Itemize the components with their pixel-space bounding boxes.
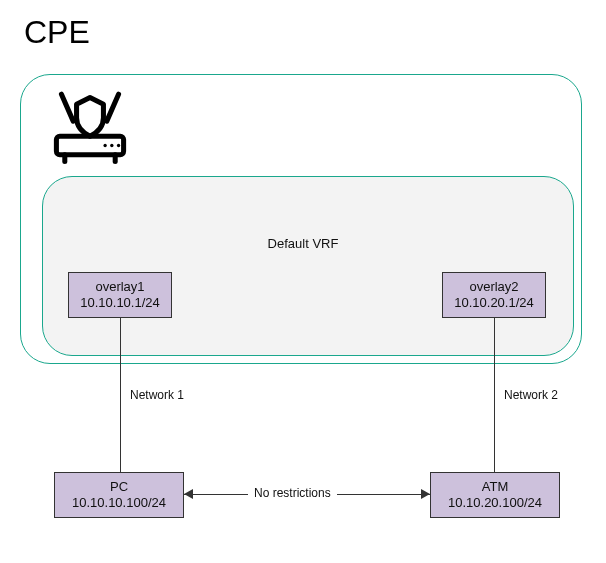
vrf-label: Default VRF [0,236,606,251]
link-network1-label: Network 1 [130,388,184,402]
svg-point-6 [110,144,113,147]
interface-name: overlay2 [469,279,518,295]
svg-point-7 [117,144,120,147]
host-cidr: 10.10.10.100/24 [72,495,166,511]
arrow-left-icon [184,489,193,499]
svg-line-1 [107,94,119,121]
host-name: ATM [482,479,508,495]
link-network2-line [494,318,495,472]
host-name: PC [110,479,128,495]
svg-line-0 [61,94,73,121]
interface-cidr: 10.10.20.1/24 [454,295,534,311]
interface-overlay2: overlay2 10.10.20.1/24 [442,272,546,318]
link-network1-line [120,318,121,472]
link-network2-label: Network 2 [504,388,558,402]
router-icon [48,88,132,166]
svg-point-5 [103,144,106,147]
host-atm: ATM 10.10.20.100/24 [430,472,560,518]
interface-cidr: 10.10.10.1/24 [80,295,160,311]
bottom-connection-label: No restrictions [248,486,337,500]
host-pc: PC 10.10.10.100/24 [54,472,184,518]
interface-overlay1: overlay1 10.10.10.1/24 [68,272,172,318]
diagram-title: CPE [24,14,90,51]
host-cidr: 10.10.20.100/24 [448,495,542,511]
arrow-right-icon [421,489,430,499]
interface-name: overlay1 [95,279,144,295]
